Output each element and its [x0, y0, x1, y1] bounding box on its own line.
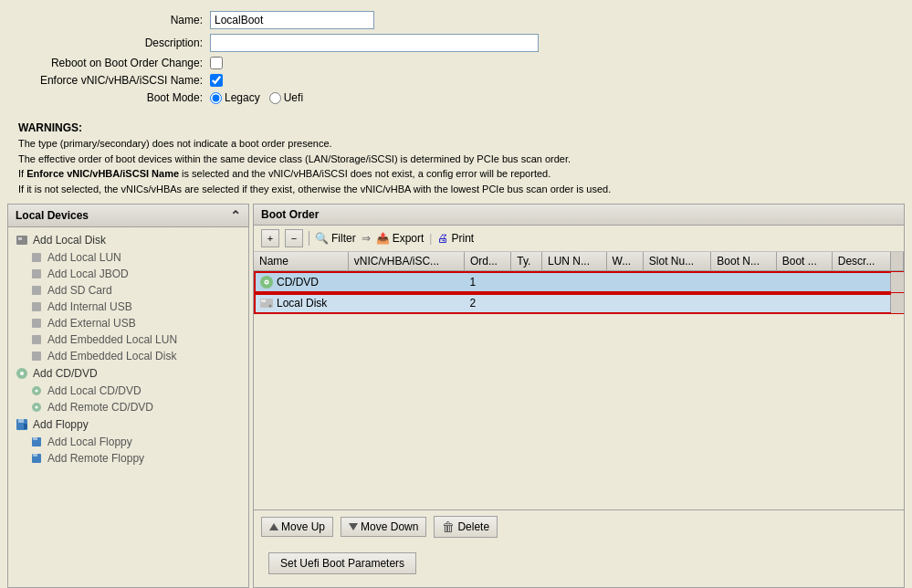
disk-slot-cell — [643, 293, 711, 314]
svg-rect-2 — [32, 253, 41, 262]
remove-button[interactable]: − — [285, 229, 303, 247]
enforce-checkbox[interactable] — [210, 74, 223, 87]
boot-mode-group: Legacy Uefi — [210, 91, 303, 104]
print-icon: 🖨 — [437, 232, 448, 245]
remote-floppy-icon — [30, 452, 43, 465]
description-label: Description: — [18, 37, 210, 49]
move-down-icon — [349, 523, 358, 530]
add-remote-floppy[interactable]: Add Remote Floppy — [8, 450, 248, 467]
disk-scrollbar-col — [891, 293, 904, 314]
col-ord: Ord... — [464, 252, 510, 271]
add-internal-usb[interactable]: Add Internal USB — [8, 299, 248, 315]
add-local-cd-dvd[interactable]: Add Local CD/DVD — [8, 383, 248, 399]
add-external-usb-label: Add External USB — [47, 317, 136, 330]
svg-rect-19 — [33, 437, 37, 440]
local-disk-group[interactable]: Add Local Disk — [8, 231, 248, 249]
reboot-checkbox[interactable] — [210, 57, 223, 69]
add-remote-cd-dvd[interactable]: Add Remote CD/DVD — [8, 399, 248, 415]
add-sd-card-label: Add SD Card — [47, 284, 112, 297]
svg-rect-1 — [18, 237, 22, 240]
legacy-radio-text: Legacy — [225, 91, 260, 104]
left-panel-content: Add Local Disk Add Local LUN Add Local J… — [8, 227, 248, 587]
embedded-disk-icon — [30, 350, 43, 362]
add-button[interactable]: + — [261, 229, 279, 247]
set-uefi-btn[interactable]: Set Uefi Boot Parameters — [268, 552, 416, 574]
cd-lun-cell — [541, 271, 606, 293]
delete-icon: 🗑 — [442, 520, 455, 534]
jbod-icon — [30, 268, 43, 280]
svg-rect-7 — [32, 335, 41, 344]
legacy-radio-label[interactable]: Legacy — [210, 91, 260, 104]
svg-point-12 — [36, 390, 38, 393]
svg-point-14 — [36, 406, 38, 409]
add-internal-usb-label: Add Internal USB — [47, 300, 132, 313]
embedded-lun-icon — [30, 333, 43, 346]
add-embedded-local-lun[interactable]: Add Embedded Local LUN — [8, 331, 248, 348]
warnings-title: WARNINGS: — [18, 121, 894, 134]
export-label: Export — [393, 232, 425, 245]
col-w: W... — [606, 252, 643, 271]
export-icon: 📤 — [376, 232, 390, 245]
table-row[interactable]: Local Disk 2 — [254, 293, 904, 314]
warning-line-1: The type (primary/secondary) does not in… — [18, 138, 332, 149]
table-row[interactable]: CD/DVD 1 — [254, 271, 904, 293]
cd-w-cell — [606, 271, 643, 293]
add-local-jbod-label: Add Local JBOD — [47, 268, 129, 280]
col-slot: Slot Nu... — [643, 252, 711, 271]
cd-scrollbar-col — [891, 271, 904, 293]
export-button[interactable]: 📤 Export — [376, 232, 425, 245]
right-panel: Boot Order + − 🔍 Filter ⇒ 📤 Export | 🖨 P… — [253, 204, 905, 588]
lun-icon — [30, 251, 43, 264]
panel-collapse-btn[interactable]: ⌃ — [230, 208, 241, 223]
remote-cd-icon — [30, 401, 43, 414]
disk-bootn-cell — [711, 293, 776, 314]
table-header-row: Name vNIC/vHBA/iSC... Ord... Ty. LUN N..… — [254, 252, 904, 271]
bottom-toolbar: Move Up Move Down 🗑 Delete — [254, 509, 904, 543]
description-input[interactable] — [210, 34, 539, 52]
print-label: Print — [451, 232, 474, 245]
add-remote-floppy-label: Add Remote Floppy — [47, 452, 144, 465]
cd-dvd-name-cell: CD/DVD — [254, 271, 348, 293]
move-up-button[interactable]: Move Up — [261, 517, 333, 537]
move-up-icon — [269, 523, 278, 530]
svg-point-24 — [266, 281, 267, 283]
svg-rect-26 — [261, 299, 266, 302]
name-input[interactable] — [210, 11, 374, 29]
add-external-usb[interactable]: Add External USB — [8, 315, 248, 331]
add-sd-card[interactable]: Add SD Card — [8, 282, 248, 299]
local-floppy-icon — [30, 436, 43, 448]
warning-line-4: If it is not selected, the vNICs/vHBAs a… — [18, 184, 611, 194]
uefi-radio[interactable] — [269, 92, 281, 104]
svg-rect-8 — [32, 352, 41, 361]
boot-mode-label: Boot Mode: — [18, 91, 210, 104]
cd-vnic-cell — [348, 271, 464, 293]
col-ty: Ty. — [511, 252, 542, 271]
filter-button[interactable]: 🔍 Filter — [315, 232, 356, 245]
floppy-group[interactable]: Add Floppy — [8, 415, 248, 434]
add-local-jbod[interactable]: Add Local JBOD — [8, 266, 248, 282]
add-local-disk-label: Add Local Disk — [33, 234, 106, 247]
enforce-label: Enforce vNIC/vHBA/iSCSI Name: — [18, 74, 210, 87]
move-down-button[interactable]: Move Down — [341, 517, 426, 537]
add-embedded-local-disk-label: Add Embedded Local Disk — [47, 350, 176, 362]
uefi-radio-label[interactable]: Uefi — [269, 91, 303, 104]
add-local-lun[interactable]: Add Local LUN — [8, 249, 248, 266]
svg-point-27 — [269, 305, 272, 308]
delete-button[interactable]: 🗑 Delete — [434, 516, 498, 538]
col-bootn: Boot N... — [711, 252, 776, 271]
toolbar-arrow: ⇒ — [362, 232, 371, 245]
move-down-label: Move Down — [361, 520, 418, 533]
add-embedded-local-disk[interactable]: Add Embedded Local Disk — [8, 348, 248, 364]
cd-bootn-cell — [711, 271, 776, 293]
local-disk-name-cell: Local Disk — [254, 293, 348, 314]
external-usb-icon — [30, 317, 43, 330]
left-panel: Local Devices ⌃ Add Local Disk Add Local… — [7, 204, 249, 588]
svg-rect-5 — [32, 302, 41, 311]
svg-rect-17 — [24, 424, 27, 429]
print-button[interactable]: 🖨 Print — [437, 232, 474, 245]
legacy-radio[interactable] — [210, 92, 222, 104]
add-local-floppy[interactable]: Add Local Floppy — [8, 434, 248, 450]
cd-dvd-group[interactable]: Add CD/DVD — [8, 364, 248, 383]
svg-rect-16 — [18, 419, 24, 423]
left-panel-header: Local Devices ⌃ — [8, 205, 248, 227]
